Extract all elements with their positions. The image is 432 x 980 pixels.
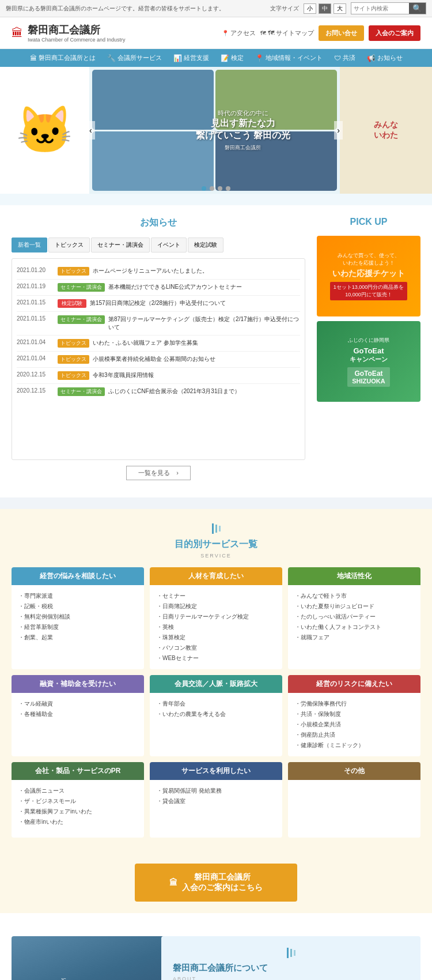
hero-main-panel: 時代の変化の中に 見出す新たな力 繋げていこう 磐田の光 磐田商工会議所 [89, 67, 340, 194]
service-card-body-use: 貿易関係証明 発給業務 貸会議室 [150, 780, 282, 838]
about-img-bg: JC [12, 936, 173, 980]
access-link[interactable]: アクセス [222, 29, 256, 37]
service-item[interactable]: 物産市inいわた [18, 817, 137, 827]
service-item[interactable]: 珠算検定 [157, 632, 275, 643]
service-item[interactable]: 異業種振興フェアinいわた [18, 806, 137, 817]
font-size-medium[interactable]: 中 [319, 3, 331, 14]
service-item[interactable]: 貸会議室 [157, 796, 275, 806]
service-item[interactable]: いわたの農業を考える会 [157, 709, 275, 719]
nav-item-news[interactable]: 📢お知らせ [361, 49, 408, 67]
hero-org: 磐田商工会議所 [196, 144, 290, 152]
service-item[interactable]: WEBセミナー [157, 653, 275, 664]
service-card-other: その他 [288, 762, 420, 838]
logo-text: 磐田商工会議所 Iwata Chamber of Commerce and In… [28, 23, 126, 43]
news-tabs: 新着一覧 トピックス セミナー・講演会 イベント 検定試験 [12, 238, 305, 252]
news-text-3[interactable]: 第157回日商簿記検定（2/28施行）申込受付について [90, 299, 300, 307]
news-text-8[interactable]: ふじのくにCNF総合展示会（2021年3月31日まで） [108, 387, 300, 395]
news-text-6[interactable]: 小規模事業者持続化補助金 公募期間のお知らせ [93, 355, 300, 363]
service-item[interactable]: たのしっぺい就活パーティー [295, 612, 414, 622]
search-box: 🔍 [351, 2, 426, 14]
service-card-header-human: 人材を育成したい [150, 567, 282, 585]
service-item[interactable]: 就職フェア [295, 632, 414, 643]
news-date-8: 2020.12.15 [17, 387, 54, 394]
news-date-3: 2021.01.15 [17, 299, 54, 306]
nav-icon-news: 📢 [367, 54, 376, 62]
service-item[interactable]: パソコン教室 [157, 643, 275, 653]
service-item[interactable]: ザ・ビジネスモール [18, 796, 137, 806]
service-item[interactable]: 健康診断（ミニドック） [295, 740, 414, 751]
service-item[interactable]: 各種補助金 [18, 709, 137, 719]
service-item[interactable]: セミナー [157, 591, 275, 601]
nav-item-services[interactable]: 🔧会議所サービス [101, 49, 168, 67]
hero-dot-1[interactable] [202, 186, 206, 191]
hero-slider: ‹ 🐱 時代の変化の中に 見出す新たな力 繋げていこう 磐田の光 磐田商工会議所… [0, 67, 432, 194]
hero-dot-3[interactable] [218, 186, 222, 191]
nav-icon-kentei: 📝 [221, 54, 229, 62]
hero-dot-2[interactable] [210, 186, 214, 191]
service-item[interactable]: 会議所ニュース [18, 786, 137, 796]
hero-right-text: みんないわた [374, 120, 398, 141]
service-item[interactable]: マル経融資 [18, 699, 137, 709]
news-text-2[interactable]: 基本機能だけでできるLINE公式アカウントセミナー [108, 283, 300, 291]
service-item[interactable]: 共済・保険制度 [295, 709, 414, 719]
slider-next-button[interactable]: › [334, 121, 343, 140]
pickup-image-2[interactable]: ふじのくに静岡県 GoToEat キャンペーン GoToEat SHIZUOKA [317, 321, 420, 402]
news-tag-6: トピックス [58, 355, 89, 364]
search-button[interactable]: 🔍 [409, 3, 426, 14]
mascot-cat: 🐱 [16, 103, 74, 157]
news-date-5: 2021.01.04 [17, 339, 54, 345]
news-text-7[interactable]: 令和3年度職員採用情報 [93, 371, 300, 379]
hero-dot-4[interactable] [226, 186, 230, 191]
nav-item-about[interactable]: 🏛磐田商工会議所とは [24, 49, 101, 67]
service-item[interactable]: 小規模企業共済 [295, 719, 414, 730]
service-item[interactable]: 英検 [157, 622, 275, 632]
nav-item-kentei[interactable]: 📝検定 [215, 49, 249, 67]
logo-icon: 🏛 [12, 27, 23, 40]
news-text-1[interactable]: ホームページをリニューアルいたしました。 [93, 267, 300, 275]
pickup-image-1[interactable]: みんなで買って、使って、いわたを応援しよう！ いわた応援チケット 1セット13,… [317, 236, 420, 316]
news-section: お知らせ 新着一覧 トピックス セミナー・講演会 イベント 検定試験 2021.… [12, 217, 305, 480]
service-card-body-finance: マル経融資 各種補助金 [12, 693, 144, 751]
font-size-large[interactable]: 大 [334, 3, 346, 14]
font-size-small[interactable]: 小 [304, 3, 316, 14]
news-tab-kentei[interactable]: 検定試験 [188, 238, 223, 252]
news-text-5[interactable]: いわた・ふるい就職フェア 参加学生募集 [93, 339, 300, 347]
svg-text:JC: JC [60, 977, 66, 980]
service-item[interactable]: 日商簿記検定 [157, 601, 275, 612]
news-tab-all[interactable]: 新着一覧 [12, 238, 47, 252]
news-more-button[interactable]: 一覧を見る › [126, 466, 191, 480]
nav-item-support[interactable]: 📊経営支援 [168, 49, 215, 67]
inquiry-button[interactable]: お問い合せ [319, 25, 364, 41]
service-item[interactable]: 専門家派遣 [18, 591, 137, 601]
service-item[interactable]: 経営革新制度 [18, 622, 137, 632]
sitemap-link[interactable]: 🗺 サイトマップ [260, 29, 314, 37]
service-card-header-risk: 経営のリスクに備えたい [288, 675, 420, 693]
join-button[interactable]: 入会のご案内 [369, 25, 420, 41]
service-item[interactable]: みんなで軽トラ市 [295, 591, 414, 601]
service-item[interactable]: いわた夏祭りinジュビロード [295, 601, 414, 612]
service-card-body-risk: 労働保険事務代行 共済・保険制度 小規模企業共済 倒産防止共済 健康診断（ミニド… [288, 693, 420, 756]
search-input[interactable] [351, 4, 409, 13]
join-cta-button[interactable]: 🏛 磐田商工会議所入会のご案内はこちら [135, 864, 297, 902]
news-tab-seminar[interactable]: セミナー・講演会 [91, 238, 150, 252]
service-item[interactable]: 創業、起業 [18, 632, 137, 643]
service-item[interactable]: 日商リテールマーケティング検定 [157, 612, 275, 622]
service-item[interactable]: 貿易関係証明 発給業務 [157, 786, 275, 796]
nav-item-kyosai[interactable]: 🛡共済 [328, 49, 361, 67]
service-card-header-pr: 会社・製品・サービスのPR [12, 762, 144, 780]
service-item[interactable]: いわた働く人フォトコンテスト [295, 622, 414, 632]
news-text-4[interactable]: 第87回リテールマーケティング（販売士）検定（2/17施行）申込受付について [108, 315, 300, 331]
service-item[interactable]: 青年部会 [157, 699, 275, 709]
nav-item-local[interactable]: 📍地域情報・イベント [249, 49, 328, 67]
service-item[interactable]: 倒産防止共済 [295, 730, 414, 740]
service-item[interactable]: 記帳・税税 [18, 601, 137, 612]
service-card-exchange: 会員交流／人脈・販路拡大 青年部会 いわたの農業を考える会 [150, 675, 282, 756]
slider-prev-button[interactable]: ‹ [86, 121, 95, 140]
news-tab-topics[interactable]: トピックス [48, 238, 90, 252]
news-tab-event[interactable]: イベント [151, 238, 187, 252]
service-item[interactable]: 無料定例個別相談 [18, 612, 137, 622]
service-card-finance: 融資・補助金を受けたい マル経融資 各種補助金 [12, 675, 144, 756]
service-item[interactable]: 労働保険事務代行 [295, 699, 414, 709]
pickup-section: PICK UP みんなで買って、使って、いわたを応援しよう！ いわた応援チケット… [317, 217, 420, 480]
font-size-label: 文字サイズ [270, 5, 299, 13]
